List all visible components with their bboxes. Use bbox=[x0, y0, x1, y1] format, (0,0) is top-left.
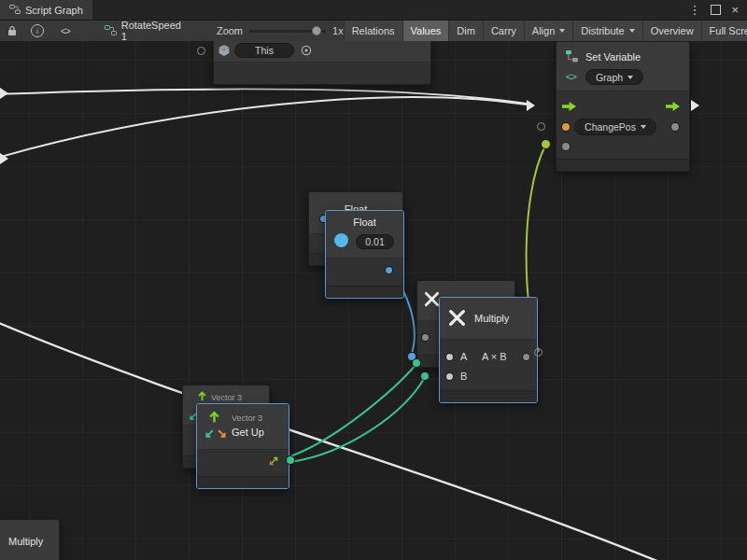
node-footer bbox=[557, 159, 689, 171]
chevron-down-icon bbox=[627, 76, 633, 79]
relations-button[interactable]: Relations bbox=[344, 21, 402, 41]
up-arrow-icon bbox=[207, 410, 221, 426]
value-input-port[interactable] bbox=[562, 143, 570, 150]
kebab-menu-icon[interactable]: ⋮ bbox=[688, 4, 700, 16]
variable-input-port[interactable] bbox=[562, 123, 570, 131]
input-a-port[interactable] bbox=[446, 354, 453, 360]
graph-variable-kind-icon: <> bbox=[566, 71, 576, 82]
graph-canvas[interactable]: Float Vector 3 This bbox=[0, 41, 747, 560]
multiply-node[interactable]: Multiply A A × B B bbox=[439, 297, 538, 403]
vector-output-icon bbox=[268, 455, 279, 469]
multiply-icon bbox=[447, 308, 467, 329]
distribute-label: Distribute bbox=[581, 25, 624, 36]
vector-wire[interactable] bbox=[290, 377, 425, 462]
multiply-output-ring-port[interactable] bbox=[534, 348, 543, 357]
float-value: 0.01 bbox=[365, 236, 384, 247]
lock-icon[interactable] bbox=[0, 21, 24, 41]
flow-wire[interactable] bbox=[0, 321, 659, 560]
close-icon[interactable]: × bbox=[731, 4, 739, 16]
variable-name-dropdown[interactable]: ChangePos bbox=[574, 119, 656, 135]
node-title: Multiply bbox=[474, 313, 509, 324]
tab-title: Script Graph bbox=[25, 5, 83, 16]
node-footer bbox=[197, 476, 289, 488]
flow-wire[interactable] bbox=[0, 89, 527, 104]
tab-script-graph[interactable]: Script Graph bbox=[0, 0, 92, 20]
output-port[interactable] bbox=[523, 354, 529, 360]
this-node[interactable]: This bbox=[213, 41, 431, 85]
variable-ring-port[interactable] bbox=[537, 122, 545, 131]
zoom-slider[interactable] bbox=[249, 30, 326, 33]
input-a-label: A bbox=[460, 351, 467, 362]
flow-input-port[interactable] bbox=[562, 101, 577, 114]
down-right-arrow-icon bbox=[217, 428, 227, 441]
node-title: Multiply bbox=[8, 536, 43, 547]
input-b-label: B bbox=[460, 371, 467, 382]
flow-arrow-icon bbox=[0, 88, 8, 99]
get-up-node[interactable]: Vector 3 Get Up bbox=[196, 403, 289, 489]
node-title: Vector 3 bbox=[211, 393, 242, 402]
variable-name: ChangePos bbox=[585, 121, 636, 133]
fullscreen-button[interactable]: Full Screen bbox=[701, 21, 747, 41]
node-title: Set Variable bbox=[585, 51, 641, 63]
zoom-control: Zoom 1x bbox=[217, 25, 344, 36]
values-button[interactable]: Values bbox=[402, 21, 449, 41]
zoom-value: 1x bbox=[332, 25, 344, 36]
set-variable-icon bbox=[565, 49, 579, 65]
flow-wire[interactable] bbox=[0, 97, 527, 159]
window-tab-bar: Script Graph ⋮ × bbox=[0, 0, 747, 21]
chevron-down-icon bbox=[641, 125, 646, 129]
graph-toolbar: i <> RotateSpeed 1 Zoom 1x Relations Val… bbox=[0, 21, 747, 41]
zoom-slider-knob[interactable] bbox=[312, 26, 321, 35]
window-controls: ⋮ × bbox=[688, 0, 747, 20]
code-preview-icon[interactable]: <> bbox=[54, 21, 77, 41]
node-title: Float bbox=[326, 217, 403, 228]
carry-button[interactable]: Carry bbox=[483, 21, 524, 41]
down-left-arrow-icon bbox=[204, 428, 215, 441]
multiply-edge-node[interactable]: Multiply bbox=[0, 519, 60, 560]
float-output-port[interactable] bbox=[386, 267, 392, 273]
dim-button[interactable]: Dim bbox=[448, 21, 483, 41]
gameobject-cube-icon bbox=[218, 44, 231, 59]
distribute-button[interactable]: Distribute bbox=[572, 21, 641, 41]
node-type-label: Vector 3 bbox=[232, 413, 262, 423]
scope-value: Graph bbox=[596, 72, 623, 83]
set-variable-node[interactable]: Set Variable <> Graph ChangePos bbox=[556, 41, 690, 172]
float-value-field[interactable]: 0.01 bbox=[356, 234, 394, 249]
vector-wire-endpoint[interactable] bbox=[413, 359, 420, 367]
zoom-label: Zoom bbox=[217, 25, 243, 36]
get-up-output-port[interactable] bbox=[287, 456, 294, 464]
chevron-down-icon bbox=[629, 29, 635, 33]
align-button[interactable]: Align bbox=[524, 21, 572, 41]
chevron-down-icon bbox=[559, 29, 565, 33]
flow-arrow-icon bbox=[691, 100, 699, 111]
flow-arrow-icon bbox=[0, 153, 8, 164]
node-footer bbox=[326, 286, 403, 298]
this-output-ring-port[interactable] bbox=[197, 47, 205, 55]
variable-scope-dropdown[interactable]: Graph bbox=[585, 69, 643, 85]
float-node[interactable]: Float 0.01 bbox=[325, 210, 404, 299]
output-label: A × B bbox=[482, 351, 507, 362]
float-type-icon bbox=[334, 233, 348, 247]
result-wire-endpoint[interactable] bbox=[542, 140, 550, 148]
vector-wire[interactable] bbox=[285, 364, 416, 458]
overview-button[interactable]: Overview bbox=[642, 21, 701, 41]
align-label: Align bbox=[532, 25, 555, 36]
node-title: Get Up bbox=[232, 427, 264, 438]
maximize-icon[interactable] bbox=[711, 5, 721, 15]
this-object-field[interactable]: This bbox=[234, 43, 294, 58]
variable-output-port[interactable] bbox=[671, 123, 679, 131]
hidden-port-dot[interactable] bbox=[422, 334, 429, 341]
up-arrow-icon bbox=[196, 390, 208, 404]
script-graph-tab-icon bbox=[9, 4, 21, 17]
input-b-port[interactable] bbox=[446, 373, 453, 380]
graph-name: RotateSpeed 1 bbox=[121, 21, 181, 41]
object-picker-icon[interactable] bbox=[300, 44, 313, 59]
graph-asset-icon bbox=[105, 24, 117, 38]
info-icon[interactable]: i bbox=[24, 21, 50, 41]
toolbar-buttons: Relations Values Dim Carry Align Distrib… bbox=[344, 21, 747, 41]
node-footer bbox=[440, 390, 537, 402]
vector-wire-endpoint[interactable] bbox=[421, 372, 429, 380]
graph-breadcrumb[interactable]: RotateSpeed 1 bbox=[105, 21, 181, 41]
this-label: This bbox=[255, 45, 274, 56]
flow-output-port[interactable] bbox=[666, 101, 681, 114]
